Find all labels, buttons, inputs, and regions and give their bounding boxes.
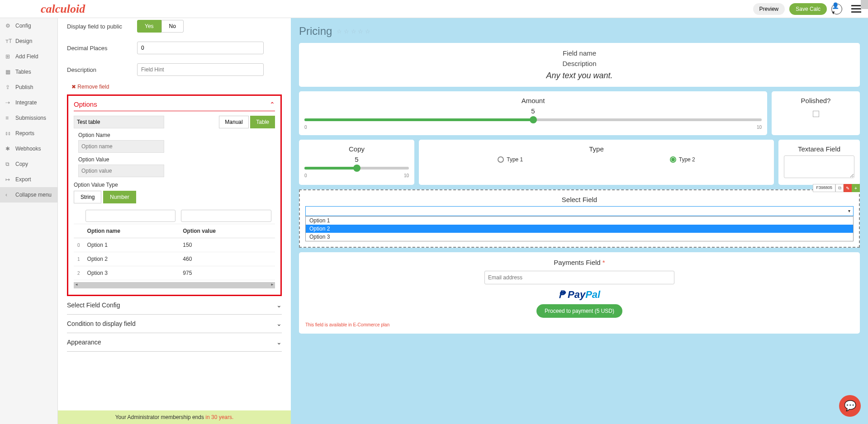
sidebar-label: Submissions <box>15 115 46 121</box>
condition-section[interactable]: Condition to display field⌄ <box>67 315 282 333</box>
select-field-card: F398805 ⧉ ✎ + Select Field Option 1 Opti… <box>299 189 860 248</box>
options-table: Option name Option value 0Option 1150 1O… <box>74 208 275 280</box>
dropdown-option-1[interactable]: Option 1 <box>306 217 853 225</box>
paypal-logo: ₱ PayPal <box>305 289 854 301</box>
remove-field-link[interactable]: ✖ Remove field <box>71 84 109 90</box>
sidebar-item-export[interactable]: ↦Export <box>0 172 57 187</box>
chevron-left-icon: ‹ <box>5 192 12 198</box>
sidebar-item-tables[interactable]: ▦Tables <box>0 64 57 80</box>
type-title: Type <box>424 145 768 153</box>
sidebar-label: Webhooks <box>15 146 41 152</box>
sidebar-item-reports[interactable]: ⫾⫾Reports <box>0 126 57 141</box>
type-number-button[interactable]: Number <box>103 191 136 203</box>
table-name-input[interactable] <box>74 116 164 128</box>
user-menu-icon[interactable]: 👤▾ <box>831 4 842 14</box>
polished-title: Polished? <box>777 97 854 104</box>
rating-stars-icon[interactable]: ☆ ☆ ☆ ☆ ☆ <box>337 28 370 35</box>
option-name-label: Option Name <box>78 132 275 138</box>
table-row[interactable]: 1Option 2460 <box>74 252 275 266</box>
logo: calculoid <box>41 2 85 16</box>
display-yes-button[interactable]: Yes <box>137 20 161 33</box>
sidebar-item-integrate[interactable]: ⇢Integrate <box>0 95 57 110</box>
sidebar-item-submissions[interactable]: ≡Submissions <box>0 110 57 126</box>
option-value-input[interactable] <box>78 165 164 177</box>
copy-title: Copy <box>304 145 409 153</box>
polished-checkbox[interactable] <box>813 111 819 117</box>
any-text: Any text you want. <box>305 71 854 80</box>
sidebar-label: Publish <box>15 84 33 90</box>
chat-bubble-icon[interactable]: 💬 <box>839 395 861 417</box>
payments-card: Payments Field * ₱ PayPal Proceed to pay… <box>299 252 860 334</box>
sidebar-label: Export <box>15 176 31 183</box>
copy-slider[interactable] <box>304 167 409 170</box>
filter-value-input[interactable] <box>181 210 271 222</box>
decimal-input[interactable] <box>137 42 264 54</box>
field-name-label: Field name <box>305 49 854 57</box>
display-field-label: Display field to public <box>67 23 137 30</box>
sidebar-item-design[interactable]: ᴛTDesign <box>0 33 57 49</box>
type2-radio[interactable]: Type 2 <box>670 156 695 163</box>
description-text: Description <box>305 60 854 67</box>
preview-button[interactable]: Preview <box>753 3 785 15</box>
chevron-up-icon[interactable]: ⌃ <box>270 101 275 108</box>
amount-title: Amount <box>304 97 762 104</box>
email-input[interactable] <box>484 271 674 284</box>
textarea-card: Textarea Field <box>778 140 860 185</box>
field-name-card: Field name Description Any text you want… <box>299 43 860 87</box>
type1-radio[interactable]: Type 1 <box>498 156 523 163</box>
col-option-value: Option value <box>179 224 275 238</box>
amount-value: 5 <box>304 107 762 115</box>
table-row[interactable]: 2Option 3975 <box>74 266 275 280</box>
decimal-label: Decimal Places <box>67 45 137 52</box>
manual-mode-button[interactable]: Manual <box>219 116 248 128</box>
sidebar-label: Tables <box>15 69 31 75</box>
hamburger-menu-icon[interactable] <box>851 5 861 13</box>
sidebar-item-collapse[interactable]: ‹Collapse menu <box>0 187 57 203</box>
polished-card: Polished? <box>772 91 860 135</box>
textarea-title: Textarea Field <box>784 145 854 153</box>
field-edit-icon[interactable]: ✎ <box>844 184 852 192</box>
sidebar-label: Collapse menu <box>15 192 52 198</box>
filter-name-input[interactable] <box>85 210 176 222</box>
sidebar-label: Copy <box>15 161 28 167</box>
payments-title: Payments Field <box>554 259 600 266</box>
integrate-icon: ⇢ <box>5 99 12 106</box>
table-row[interactable]: 0Option 1150 <box>74 238 275 252</box>
field-copy-icon[interactable]: ⧉ <box>835 184 844 192</box>
display-no-button[interactable]: No <box>161 20 184 33</box>
config-panel: Display field to public Yes No Decimal P… <box>58 18 291 424</box>
description-input[interactable] <box>137 63 264 76</box>
appearance-section[interactable]: Appearance⌄ <box>67 333 282 352</box>
scroll-indicator[interactable] <box>861 0 868 9</box>
table-mode-button[interactable]: Table <box>250 116 275 128</box>
dropdown-option-2[interactable]: Option 2 <box>306 225 853 233</box>
field-add-icon[interactable]: + <box>852 184 860 192</box>
sidebar-item-webhooks[interactable]: ✱Webhooks <box>0 141 57 156</box>
sidebar-item-copy[interactable]: ⧉Copy <box>0 156 57 172</box>
type-string-button[interactable]: String <box>74 191 101 203</box>
sidebar-item-add-field[interactable]: ⊞Add Field <box>0 49 57 64</box>
select-dropdown[interactable] <box>305 206 854 216</box>
export-icon: ↦ <box>5 176 12 183</box>
webhook-icon: ✱ <box>5 146 12 152</box>
list-icon: ≡ <box>5 115 12 121</box>
chevron-down-icon: ⌄ <box>276 339 282 346</box>
save-calc-button[interactable]: Save Calc <box>789 3 827 15</box>
preview-panel: Pricing ☆ ☆ ☆ ☆ ☆ Field name Description… <box>291 18 868 424</box>
sidebar-item-config[interactable]: ⚙Config <box>0 18 57 33</box>
membership-footer: Your Administrator membership ends in 30… <box>58 410 291 424</box>
option-name-input[interactable] <box>78 140 164 153</box>
dropdown-option-3[interactable]: Option 3 <box>306 233 853 241</box>
amount-slider[interactable] <box>304 118 762 121</box>
horizontal-scrollbar[interactable] <box>74 282 275 288</box>
textarea-input[interactable] <box>784 155 854 178</box>
copy-icon: ⧉ <box>5 161 12 167</box>
select-field-config-section[interactable]: Select Field Config⌄ <box>67 296 282 315</box>
proceed-payment-button[interactable]: Proceed to payment (5 USD) <box>536 304 622 318</box>
publish-icon: ⇪ <box>5 84 12 90</box>
plus-icon: ⊞ <box>5 53 12 60</box>
type-card: Type Type 1 Type 2 <box>419 140 774 185</box>
chevron-down-icon: ⌄ <box>276 320 282 327</box>
sidebar-item-publish[interactable]: ⇪Publish <box>0 80 57 95</box>
pricing-title: Pricing <box>299 25 332 38</box>
